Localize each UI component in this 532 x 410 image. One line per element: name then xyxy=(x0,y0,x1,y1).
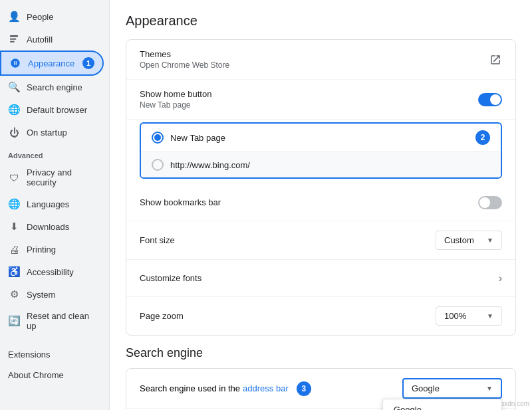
themes-row: Themes Open Chrome Web Store xyxy=(126,40,515,80)
accessibility-icon: ♿ xyxy=(8,266,20,278)
sidebar-item-default-browser[interactable]: 🌐 Default browser xyxy=(0,98,104,121)
sidebar-label-privacy: Privacy and security xyxy=(27,167,96,187)
font-size-title: Font size xyxy=(140,235,175,245)
show-home-button-row: Show home button New Tab page xyxy=(126,80,515,120)
home-button-subtitle: New Tab page xyxy=(140,100,211,110)
customize-fonts-title: Customize fonts xyxy=(140,273,201,283)
svg-rect-0 xyxy=(10,35,18,37)
search-engine-chevron-icon: ▼ xyxy=(486,385,493,392)
system-icon: ⚙ xyxy=(8,288,20,300)
step-badge-3: 3 xyxy=(297,381,311,396)
search-engine-value: Google xyxy=(412,383,440,393)
main-content: Appearance Themes Open Chrome Web Store … xyxy=(110,0,532,410)
customize-fonts-chevron-icon: › xyxy=(499,272,502,284)
font-size-value: Custom xyxy=(444,235,474,245)
page-title: Appearance xyxy=(126,13,516,29)
search-engine-dropdown-btn[interactable]: Google ▼ xyxy=(402,378,502,399)
appearance-card: Themes Open Chrome Web Store Show home b… xyxy=(126,39,516,336)
sidebar-label-languages: Languages xyxy=(27,199,69,209)
font-size-dropdown[interactable]: Custom ▼ xyxy=(436,231,502,250)
external-link-icon[interactable] xyxy=(489,53,502,66)
customize-fonts-row[interactable]: Customize fonts › xyxy=(126,260,515,297)
search-engine-used-label: Search engine used in the xyxy=(140,383,240,393)
people-icon: 👤 xyxy=(8,11,20,23)
radio-label-bing: http://www.bing.com/ xyxy=(170,160,250,170)
radio-option-bing[interactable]: http://www.bing.com/ xyxy=(141,152,501,177)
page-zoom-title: Page zoom xyxy=(140,311,184,321)
sidebar-item-privacy[interactable]: 🛡 Privacy and security xyxy=(0,162,104,193)
themes-title: Themes xyxy=(140,49,229,59)
sidebar-item-system[interactable]: ⚙ System xyxy=(0,283,104,306)
bookmarks-toggle-knob xyxy=(479,197,490,208)
sidebar-item-appearance[interactable]: Appearance 1 xyxy=(0,51,104,76)
privacy-icon: 🛡 xyxy=(8,171,20,183)
home-button-title: Show home button xyxy=(140,89,211,99)
advanced-section-label: Advanced xyxy=(0,144,109,162)
font-size-row: Font size Custom ▼ xyxy=(126,221,515,260)
sidebar-label-system: System xyxy=(27,290,55,300)
radio-circle-bing xyxy=(152,159,164,171)
sidebar-label-on-startup: On startup xyxy=(27,128,67,138)
home-button-label-group: Show home button New Tab page xyxy=(140,89,211,110)
step-badge-2: 2 xyxy=(475,130,490,145)
sidebar-item-search-engine[interactable]: 🔍 Search engine xyxy=(0,76,104,98)
page-zoom-row: Page zoom 100% ▼ xyxy=(126,297,515,335)
sidebar-label-people: People xyxy=(27,12,53,22)
sidebar-item-reset[interactable]: 🔄 Reset and clean up xyxy=(0,306,104,336)
reset-icon: 🔄 xyxy=(8,315,20,327)
bookmarks-bar-row: Show bookmarks bar xyxy=(126,184,515,221)
sidebar-item-languages[interactable]: 🌐 Languages xyxy=(0,193,104,215)
sidebar-label-reset: Reset and clean up xyxy=(27,311,96,331)
toggle-knob xyxy=(490,94,501,105)
bookmarks-toggle[interactable] xyxy=(478,196,502,209)
sidebar-item-extensions[interactable]: Extensions xyxy=(0,344,109,365)
sidebar-label-appearance: Appearance xyxy=(28,58,74,68)
search-engine-icon: 🔍 xyxy=(8,81,20,93)
sidebar-label-search-engine: Search engine xyxy=(27,82,82,92)
search-engine-container: Google ▼ Google Yahoo! India Bing DuckDu… xyxy=(402,378,502,399)
downloads-icon: ⬇ xyxy=(8,221,20,233)
appearance-icon xyxy=(9,57,21,69)
autofill-icon xyxy=(8,33,20,45)
bookmarks-label-group: Show bookmarks bar xyxy=(140,197,221,207)
sidebar-item-people[interactable]: 👤 People xyxy=(0,5,104,28)
sidebar-label-default-browser: Default browser xyxy=(27,105,87,115)
sidebar-label-autofill: Autofill xyxy=(27,35,53,45)
radio-label-new-tab: New Tab page xyxy=(170,133,225,143)
font-size-chevron-icon: ▼ xyxy=(487,237,493,244)
svg-rect-2 xyxy=(10,41,15,43)
address-bar-link[interactable]: address bar xyxy=(243,383,289,393)
page-zoom-dropdown[interactable]: 100% ▼ xyxy=(436,306,502,326)
sidebar-item-about-chrome[interactable]: About Chrome xyxy=(0,365,109,385)
sidebar-label-printing: Printing xyxy=(27,245,56,255)
default-browser-icon: 🌐 xyxy=(8,104,20,116)
page-zoom-chevron-icon: ▼ xyxy=(487,312,493,320)
sidebar-item-on-startup[interactable]: ⏻ On startup xyxy=(0,121,104,144)
sidebar-item-downloads[interactable]: ⬇ Downloads xyxy=(0,215,104,238)
search-engine-section-title: Search engine xyxy=(126,346,516,360)
radio-option-new-tab[interactable]: New Tab page 2 xyxy=(141,124,501,152)
printing-icon: 🖨 xyxy=(8,243,20,255)
home-button-toggle[interactable] xyxy=(478,93,502,106)
search-engine-dropdown-menu: Google Yahoo! India Bing DuckDuckGo xyxy=(382,399,502,410)
themes-label-group: Themes Open Chrome Web Store xyxy=(140,49,229,70)
search-engine-card: Search engine used in the address bar 3 … xyxy=(126,368,516,410)
home-button-radio-group: New Tab page 2 http://www.bing.com/ xyxy=(140,122,502,179)
sidebar-label-accessibility: Accessibility xyxy=(27,267,74,277)
sidebar: 👤 People Autofill Appearance 1 🔍 Search … xyxy=(0,0,110,410)
sidebar-item-accessibility[interactable]: ♿ Accessibility xyxy=(0,260,104,283)
sidebar-badge-appearance: 1 xyxy=(82,57,94,69)
page-zoom-value: 100% xyxy=(444,311,466,321)
on-startup-icon: ⏻ xyxy=(8,126,20,138)
sidebar-item-autofill[interactable]: Autofill xyxy=(0,28,104,51)
themes-subtitle: Open Chrome Web Store xyxy=(140,60,229,70)
dropdown-option-google[interactable]: Google xyxy=(383,399,501,410)
sidebar-item-printing[interactable]: 🖨 Printing xyxy=(0,238,104,260)
radio-circle-new-tab xyxy=(152,132,164,144)
sidebar-label-downloads: Downloads xyxy=(27,222,69,232)
bookmarks-title: Show bookmarks bar xyxy=(140,197,221,207)
svg-rect-1 xyxy=(10,39,16,40)
search-engine-used-row: Search engine used in the address bar 3 … xyxy=(126,369,515,409)
sidebar-bottom-links: Extensions About Chrome xyxy=(0,336,109,393)
languages-icon: 🌐 xyxy=(8,198,20,210)
